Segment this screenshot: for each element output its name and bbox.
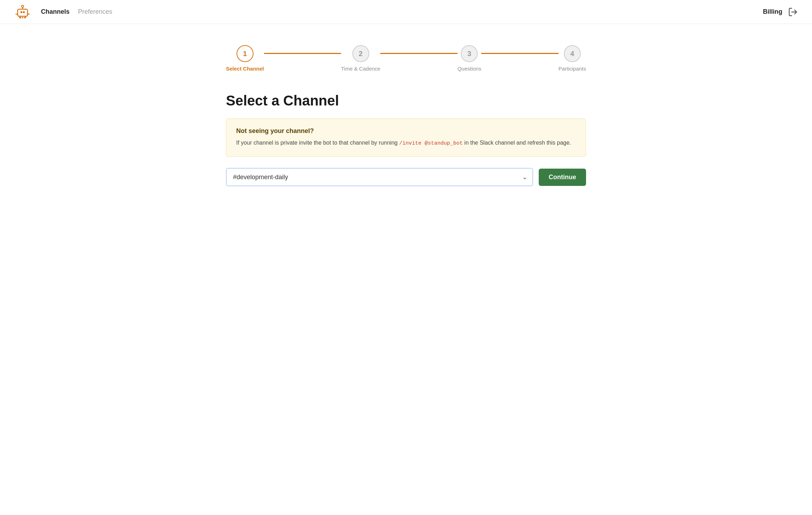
step-4-circle: 4 bbox=[564, 45, 581, 62]
svg-rect-0 bbox=[18, 9, 28, 16]
stepper: 1 Select Channel 2 Time & Cadence 3 Ques… bbox=[226, 45, 586, 72]
svg-point-10 bbox=[22, 17, 23, 18]
step-3-circle: 3 bbox=[461, 45, 478, 62]
continue-button[interactable]: Continue bbox=[539, 169, 586, 186]
channel-row: #development-daily #general #random #sta… bbox=[226, 168, 586, 186]
info-text-before: If your channel is private invite the bo… bbox=[236, 140, 399, 146]
navbar: Channels Preferences Billing bbox=[0, 0, 812, 24]
channel-select[interactable]: #development-daily #general #random #sta… bbox=[226, 168, 533, 186]
nav-links: Channels Preferences bbox=[41, 8, 112, 16]
step-connector-1-2 bbox=[264, 53, 341, 54]
step-2-circle: 2 bbox=[352, 45, 369, 62]
navbar-right: Billing bbox=[763, 7, 798, 17]
logout-icon[interactable] bbox=[788, 7, 798, 17]
step-1-label: Select Channel bbox=[226, 66, 264, 72]
step-2: 2 Time & Cadence bbox=[341, 45, 380, 72]
step-1-circle: 1 bbox=[237, 45, 253, 62]
info-box: Not seeing your channel? If your channel… bbox=[226, 119, 586, 157]
navbar-left: Channels Preferences bbox=[14, 4, 112, 20]
svg-rect-1 bbox=[20, 11, 22, 13]
info-box-text: If your channel is private invite the bo… bbox=[236, 138, 576, 148]
logo-icon bbox=[14, 4, 31, 20]
step-3-label: Questions bbox=[458, 66, 482, 72]
info-text-after: in the Slack channel and refresh this pa… bbox=[463, 140, 571, 146]
step-2-label: Time & Cadence bbox=[341, 66, 380, 72]
billing-link[interactable]: Billing bbox=[763, 8, 782, 16]
nav-preferences[interactable]: Preferences bbox=[78, 8, 112, 16]
svg-rect-2 bbox=[23, 11, 25, 13]
step-4-label: Participants bbox=[559, 66, 586, 72]
svg-point-11 bbox=[24, 17, 25, 18]
svg-point-4 bbox=[22, 5, 24, 7]
nav-channels[interactable]: Channels bbox=[41, 8, 70, 16]
step-3: 3 Questions bbox=[458, 45, 482, 72]
logo-area bbox=[14, 4, 31, 20]
main-content: 1 Select Channel 2 Time & Cadence 3 Ques… bbox=[212, 24, 600, 200]
step-1: 1 Select Channel bbox=[226, 45, 264, 72]
info-box-code: /invite @standup_bot bbox=[399, 140, 463, 146]
step-connector-2-3 bbox=[380, 53, 457, 54]
svg-point-9 bbox=[20, 17, 21, 18]
info-box-title: Not seeing your channel? bbox=[236, 127, 576, 135]
step-connector-3-4 bbox=[481, 53, 558, 54]
step-4: 4 Participants bbox=[559, 45, 586, 72]
page-heading: Select a Channel bbox=[226, 93, 586, 109]
channel-select-wrapper: #development-daily #general #random #sta… bbox=[226, 168, 533, 186]
